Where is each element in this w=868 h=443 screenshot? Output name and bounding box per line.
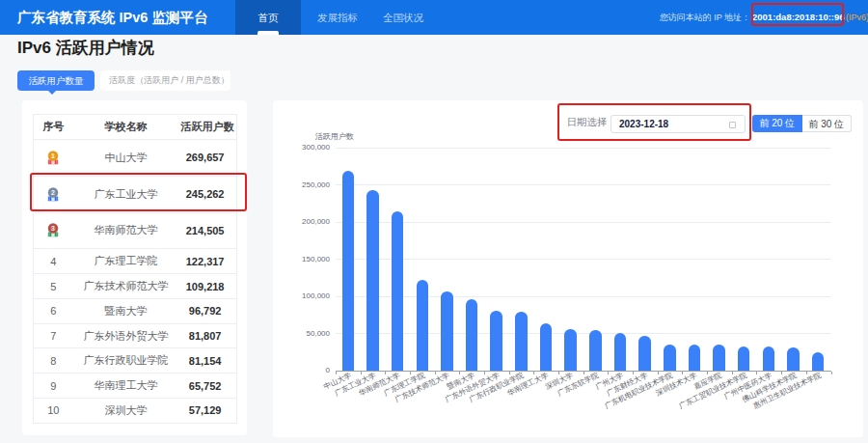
svg-text:1: 1 bbox=[51, 152, 55, 159]
svg-text:3: 3 bbox=[51, 225, 55, 232]
